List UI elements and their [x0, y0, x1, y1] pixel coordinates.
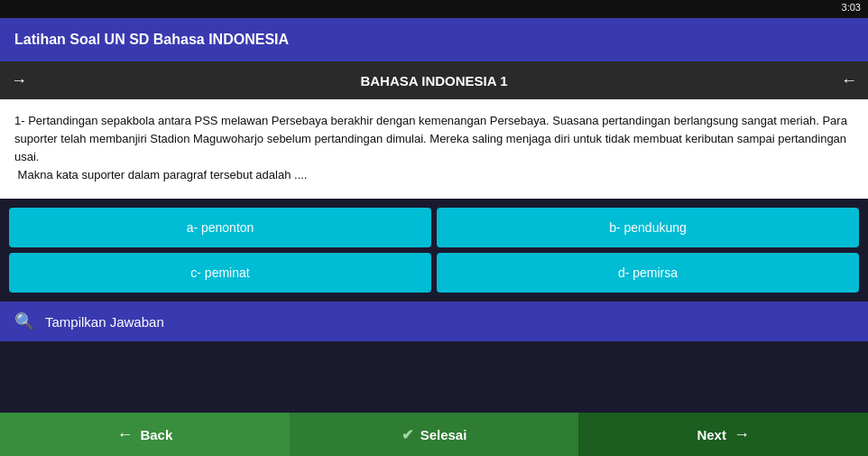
option-a-button[interactable]: a- penonton — [9, 208, 431, 247]
option-d-button[interactable]: d- pemirsa — [437, 253, 859, 293]
title-bar: Latihan Soal UN SD Bahasa INDONESIA — [0, 18, 868, 61]
selesai-button[interactable]: ✔ Selesai — [290, 413, 579, 456]
option-b-button[interactable]: b- pendukung — [437, 208, 859, 247]
next-label: Next — [697, 427, 726, 442]
next-arrow-icon: → — [734, 425, 750, 444]
bottom-nav: ← Back ✔ Selesai Next → — [0, 413, 868, 456]
section-arrow-right-icon[interactable]: ← — [841, 71, 857, 90]
question-text: 1- Pertandingan sepakbola antara PSS mel… — [14, 114, 847, 181]
options-grid: a- penonton b- pendukung c- peminat d- p… — [0, 199, 868, 298]
option-c-button[interactable]: c- peminat — [9, 253, 431, 293]
section-arrow-left-icon[interactable]: → — [11, 71, 27, 90]
section-header: → BAHASA INDONESIA 1 ← — [0, 61, 868, 99]
next-button[interactable]: Next → — [578, 413, 868, 456]
search-icon: 🔍 — [14, 312, 34, 331]
back-arrow-icon: ← — [116, 425, 133, 444]
status-time: 3:03 — [842, 2, 861, 13]
back-label: Back — [140, 427, 172, 442]
selesai-label: Selesai — [420, 427, 467, 442]
status-bar: 3:03 — [0, 0, 868, 18]
check-icon: ✔ — [402, 426, 413, 443]
show-answer-bar[interactable]: 🔍 Tampilkan Jawaban — [0, 302, 868, 341]
section-title: BAHASA INDONESIA 1 — [360, 73, 507, 88]
show-answer-label: Tampilkan Jawaban — [45, 314, 164, 330]
app-title: Latihan Soal UN SD Bahasa INDONESIA — [14, 32, 289, 48]
question-area: 1- Pertandingan sepakbola antara PSS mel… — [0, 99, 868, 199]
back-button[interactable]: ← Back — [0, 413, 290, 456]
